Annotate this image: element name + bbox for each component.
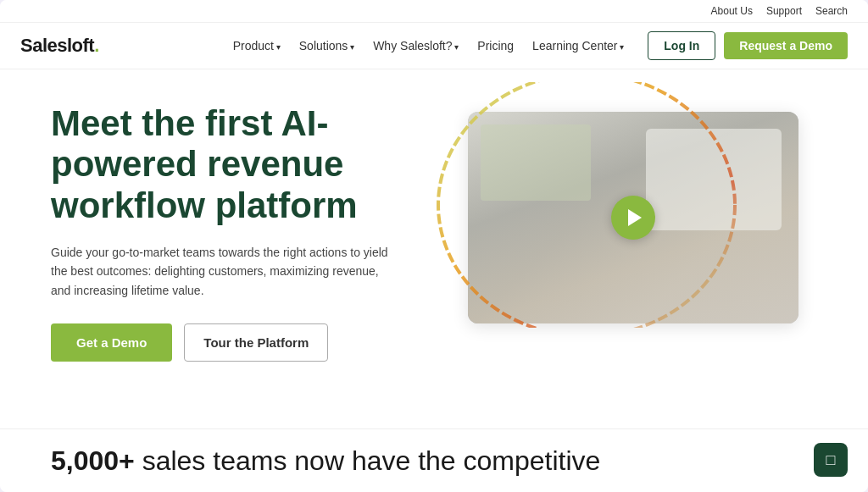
nav-links: Product Solutions Why Salesloft? Pricing… [226, 34, 632, 58]
nav-product[interactable]: Product [226, 34, 287, 58]
nav-solutions[interactable]: Solutions [292, 34, 361, 58]
get-demo-button[interactable]: Get a Demo [51, 323, 172, 362]
stat-number: 5,000+ [51, 445, 135, 476]
logo[interactable]: Salesloft. [20, 35, 99, 57]
nav-why-salesloft[interactable]: Why Salesloft? [366, 34, 465, 58]
video-background [468, 112, 798, 323]
nav-learning-center[interactable]: Learning Center [526, 34, 631, 58]
video-play-button[interactable] [611, 196, 655, 240]
hero-cta-group: Get a Demo Tour the Platform [51, 323, 407, 362]
search-link[interactable]: Search [815, 5, 848, 17]
main-nav: Salesloft. Product Solutions Why Saleslo… [0, 23, 868, 69]
utility-bar: About Us Support Search [0, 0, 868, 23]
hero-left: Meet the first AI- powered revenue workf… [51, 103, 441, 362]
chat-widget[interactable]: □ [814, 443, 848, 477]
play-icon [628, 209, 642, 226]
bottom-bar: 5,000+ sales teams now have the competit… [0, 428, 868, 492]
hero-heading-line1: Meet the first AI- [51, 103, 328, 143]
video-container[interactable] [468, 112, 798, 323]
hero-heading-line2: powered revenue [51, 144, 343, 184]
login-button[interactable]: Log In [648, 31, 715, 60]
hero-heading-line3: workflow platform [51, 185, 358, 225]
about-us-link[interactable]: About Us [711, 5, 753, 17]
chat-icon: □ [826, 451, 836, 469]
stat-text: sales teams now have the competitive [135, 445, 601, 476]
tour-platform-button[interactable]: Tour the Platform [184, 323, 328, 362]
logo-dot: . [94, 35, 99, 56]
nav-pricing[interactable]: Pricing [470, 34, 520, 58]
hero-right [441, 103, 817, 332]
hero-subtext: Guide your go-to-market teams towards th… [51, 243, 390, 300]
support-link[interactable]: Support [766, 5, 802, 17]
nav-actions: Log In Request a Demo [648, 31, 848, 60]
hero-section: Meet the first AI- powered revenue workf… [0, 69, 868, 428]
bottom-stat: 5,000+ sales teams now have the competit… [51, 445, 600, 477]
hero-heading: Meet the first AI- powered revenue workf… [51, 103, 407, 226]
request-demo-button[interactable]: Request a Demo [724, 32, 848, 59]
logo-text: Salesloft [20, 35, 94, 56]
